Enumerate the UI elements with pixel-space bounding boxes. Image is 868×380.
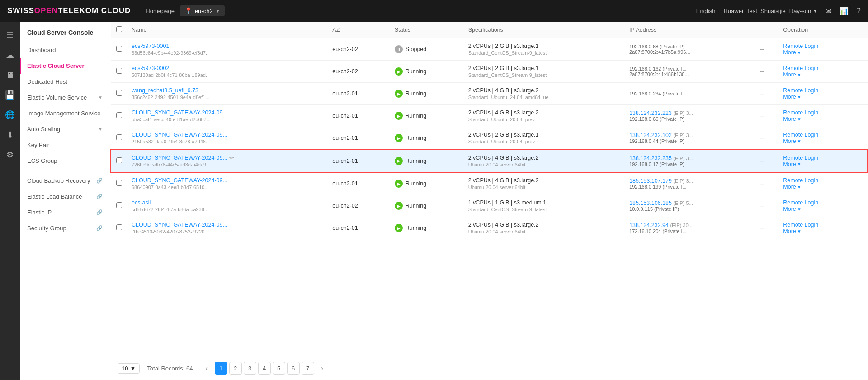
server-name-link[interactable]: ecs-5973-0001: [132, 43, 169, 49]
remote-login-button[interactable]: Remote Login: [783, 43, 818, 49]
settings-icon[interactable]: ⚙: [2, 147, 18, 163]
network-icon[interactable]: 🌐: [2, 107, 18, 123]
eip-address[interactable]: 138.124.232.94: [629, 222, 669, 228]
more-button[interactable]: More ▼: [783, 49, 863, 56]
server-name-link[interactable]: ecs-asli: [132, 200, 151, 206]
page-btn-5[interactable]: 5: [273, 362, 285, 375]
edit-name-icon[interactable]: ✏: [229, 154, 234, 161]
cloud-icon[interactable]: ☁: [2, 47, 18, 63]
more-button[interactable]: More ▼: [783, 161, 863, 167]
server-name-link[interactable]: ecs-5973-0002: [132, 65, 169, 71]
remote-login-button[interactable]: Remote Login: [783, 222, 818, 228]
row-checkbox[interactable]: [116, 46, 122, 52]
sidebar-item-elastic-ip[interactable]: Elastic IP 🔗: [20, 204, 110, 220]
row-checkbox[interactable]: [116, 224, 122, 230]
download-icon[interactable]: ⬇: [2, 127, 18, 143]
select-all-checkbox[interactable]: [116, 26, 122, 32]
az-cell: eu-ch2-01: [328, 149, 390, 172]
status-cell: ▶ Running: [390, 149, 464, 172]
storage-icon[interactable]: 💾: [2, 87, 18, 103]
server-name-link[interactable]: CLOUD_SYNC_GATEWAY-2024-09...: [132, 177, 227, 184]
more-button[interactable]: More ▼: [783, 206, 863, 212]
sidebar-item-dashboard[interactable]: Dashboard: [20, 42, 110, 58]
user-menu[interactable]: Huawei_Test_Shuaisijie Ray-sun ▼: [723, 8, 817, 14]
sidebar-item-elastic-load-balance[interactable]: Elastic Load Balance 🔗: [20, 189, 110, 204]
dash-cell: --: [755, 149, 778, 172]
server-name-link[interactable]: CLOUD_SYNC_GATEWAY-2024-09...: [132, 222, 227, 228]
more-button[interactable]: More ▼: [783, 94, 863, 100]
sidebar-item-elastic-volume-service[interactable]: Elastic Volume Service ▼: [20, 90, 110, 105]
more-button[interactable]: More ▼: [783, 138, 863, 144]
row-checkbox[interactable]: [116, 90, 122, 96]
page-size-selector[interactable]: 10 ▼: [118, 363, 140, 374]
sidebar-item-image-management[interactable]: Image Management Service: [20, 105, 110, 121]
sidebar-item-dedicated-host[interactable]: Dedicated Host: [20, 74, 110, 90]
prev-page-button[interactable]: ‹: [200, 362, 213, 375]
row-checkbox[interactable]: [116, 134, 122, 140]
eip-address[interactable]: 185.153.106.185: [629, 200, 672, 206]
more-button[interactable]: More ▼: [783, 228, 863, 234]
status-text: Stopped: [406, 46, 427, 52]
eip-address[interactable]: 138.124.232.102: [629, 132, 672, 138]
sidebar-item-auto-scaling[interactable]: Auto Scaling ▼: [20, 121, 110, 137]
sidebar-item-elastic-cloud-server[interactable]: Elastic Cloud Server: [20, 58, 110, 74]
language-selector[interactable]: English: [696, 8, 716, 14]
sidebar-item-key-pair[interactable]: Key Pair: [20, 137, 110, 153]
remote-login-button[interactable]: Remote Login: [783, 132, 818, 138]
page-btn-3[interactable]: 3: [244, 362, 256, 375]
more-button[interactable]: More ▼: [783, 184, 863, 190]
status-cell: ▶ Running: [390, 105, 464, 127]
dash-cell: --: [755, 38, 778, 61]
page-btn-6[interactable]: 6: [287, 362, 300, 375]
table-row: ecs-5973-0002 507130ad-2b0f-4c71-86ba-18…: [111, 61, 868, 83]
dash-value: --: [760, 225, 764, 231]
remote-login-button[interactable]: Remote Login: [783, 109, 818, 116]
eip-address[interactable]: 138.124.232.223: [629, 110, 672, 116]
row-checkbox[interactable]: [116, 112, 122, 118]
page-btn-1[interactable]: 1: [215, 362, 227, 375]
sidebar-item-security-group[interactable]: Security Group 🔗: [20, 220, 110, 236]
status-running-icon: ▶: [395, 90, 403, 98]
server-name-link[interactable]: CLOUD_SYNC_GATEWAY-2024-09...: [132, 132, 227, 138]
chart-icon[interactable]: 📊: [840, 7, 849, 15]
table-row: CLOUD_SYNC_GATEWAY-2024-09... 2150a532-0…: [111, 127, 868, 150]
sidebar-item-cloud-backup[interactable]: Cloud Backup Recovery 🔗: [20, 173, 110, 189]
region-selector[interactable]: 📍 eu-ch2 ▼: [180, 5, 225, 16]
eip-address[interactable]: 138.124.232.235: [629, 155, 672, 162]
remote-login-button[interactable]: Remote Login: [783, 65, 818, 71]
status-text: Running: [406, 90, 427, 97]
row-checkbox[interactable]: [116, 68, 122, 74]
server-id: cd58d672-2f84-4f7a-b86a-ba939...: [132, 207, 323, 212]
mail-icon[interactable]: ✉: [826, 7, 831, 15]
remote-login-button[interactable]: Remote Login: [783, 177, 818, 184]
remote-login-button[interactable]: Remote Login: [783, 200, 818, 206]
eip-address[interactable]: 185.153.107.179: [629, 178, 672, 184]
help-icon[interactable]: ?: [857, 7, 861, 15]
next-page-button[interactable]: ›: [316, 362, 329, 375]
more-chevron: ▼: [797, 185, 802, 190]
sidebar-item-ecs-group[interactable]: ECS Group: [20, 153, 110, 169]
icon-sidebar: ☰ ☁ 🖥 💾 🌐 ⬇ ⚙: [0, 22, 20, 380]
server-name-link[interactable]: CLOUD_SYNC_GATEWAY-2024-09...: [132, 155, 227, 161]
server-id: 2150a532-0aa0-4fb4-8c78-a7d46...: [132, 139, 323, 144]
operations-cell: Remote Login More ▼: [778, 61, 868, 83]
row-checkbox[interactable]: [116, 202, 122, 208]
page-btn-4[interactable]: 4: [258, 362, 271, 375]
page-btn-7[interactable]: 7: [302, 362, 314, 375]
page-navigation: ‹ 1 2 3 4 5 6 7 ›: [200, 362, 329, 375]
remote-login-button[interactable]: Remote Login: [783, 87, 818, 94]
specs-value: 2 vCPUs | 4 GiB | s3.large.2: [468, 222, 620, 228]
status-cell: ▶ Running: [390, 83, 464, 105]
more-button[interactable]: More ▼: [783, 116, 863, 122]
status-cell: ▶ Running: [390, 127, 464, 150]
row-checkbox[interactable]: [116, 157, 122, 163]
row-checkbox[interactable]: [116, 180, 122, 186]
server-name-link[interactable]: wang_redhat8.5_uefi_9.73: [132, 87, 198, 94]
more-button[interactable]: More ▼: [783, 71, 863, 78]
page-btn-2[interactable]: 2: [229, 362, 242, 375]
server-icon[interactable]: 🖥: [2, 67, 18, 83]
homepage-link[interactable]: Homepage: [146, 8, 175, 14]
menu-icon[interactable]: ☰: [2, 27, 18, 43]
server-name-link[interactable]: CLOUD_SYNC_GATEWAY-2024-09...: [132, 109, 227, 116]
remote-login-button[interactable]: Remote Login: [783, 155, 818, 161]
